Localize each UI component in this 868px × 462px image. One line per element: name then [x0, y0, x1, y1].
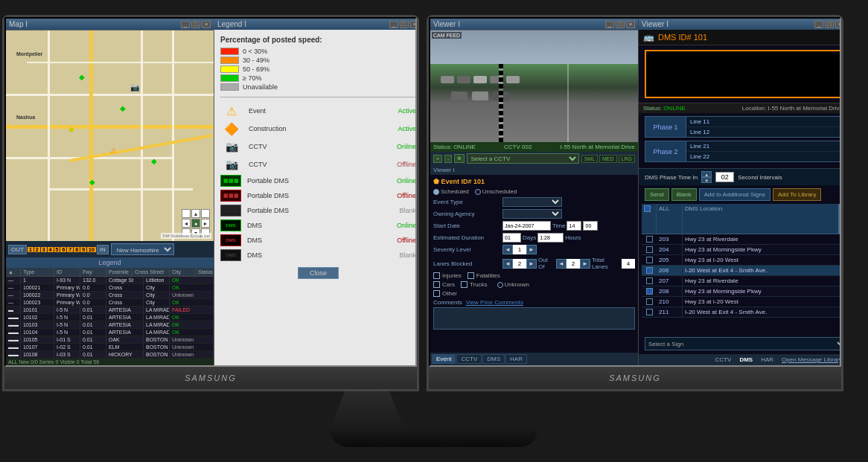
dms-table-row[interactable]: 207 Hwy 23 at Riverdale: [642, 276, 841, 286]
link-table-row[interactable]: ▬▬ 10102 I-5 N 0.01 ARTESIA LA MIRADA OK: [6, 314, 214, 321]
link-table-row[interactable]: — 1 I-93 N 132.0 Cottage St Littleton OK: [6, 277, 214, 284]
table-scrollbar[interactable]: [838, 204, 841, 234]
lanes-increment[interactable]: ►: [526, 259, 537, 269]
dms-table-row[interactable]: 203 Hwy 23 at Riverdale: [642, 234, 841, 245]
zoom-6[interactable]: 6: [60, 247, 66, 252]
zoom-out-btn[interactable]: OUT: [8, 245, 27, 254]
blank-button[interactable]: Blank: [671, 188, 697, 201]
viewer-maximize-btn[interactable]: □: [616, 21, 625, 28]
all-checkbox[interactable]: [644, 205, 651, 212]
map-marker-2[interactable]: ◆: [120, 104, 126, 112]
zoom-in-btn[interactable]: IN: [97, 245, 109, 254]
timing-spinner[interactable]: ▲ ▼: [701, 171, 712, 183]
link-table-row[interactable]: ▬ 10101 I-5 N 0.01 ARTESIA LA MIRADA FAI…: [6, 307, 214, 314]
link-table-row[interactable]: ▬▬ 10108 I-03 S 0.01 HICKORY BOSTON Unkn…: [6, 351, 214, 359]
duration-hours-input[interactable]: [537, 233, 564, 243]
zoom-9[interactable]: 9: [80, 247, 86, 252]
severity-decrement[interactable]: ◄: [502, 245, 513, 254]
dms-checkbox-0[interactable]: [646, 236, 653, 243]
map-close-btn[interactable]: ×: [202, 21, 211, 28]
map-minimize-btn[interactable]: _: [181, 21, 190, 28]
event-agency-select[interactable]: [502, 209, 562, 219]
cam-med-btn[interactable]: MED: [599, 155, 617, 163]
injuries-checkbox[interactable]: [433, 272, 440, 279]
map-marker-3[interactable]: ◆: [68, 125, 74, 133]
nav-center[interactable]: ●: [191, 219, 200, 228]
link-table-row[interactable]: ▬▬ 10105 I-01 S 0.01 OAK BOSTON Unknown: [6, 336, 214, 344]
sign-select[interactable]: Select a Sign: [645, 337, 841, 350]
dms-checkbox-3[interactable]: [646, 267, 653, 274]
phase1-line2[interactable]: Line 12: [686, 127, 840, 137]
legend-close-icon[interactable]: ×: [410, 21, 417, 28]
time-min-input[interactable]: [583, 221, 598, 231]
zoom-10[interactable]: 10: [87, 247, 96, 252]
dms-table-row[interactable]: 206 I-20 West at Exit 4 - Smith Ave.: [642, 266, 841, 276]
other-checkbox[interactable]: [433, 290, 440, 297]
add-signs-button[interactable]: Add to Additional Signs: [699, 188, 770, 201]
link-table-row[interactable]: — 100021 Primary W 0.0 Cross City OK: [6, 284, 214, 292]
dms-checkbox-5[interactable]: [646, 288, 653, 295]
dms-minimize-btn[interactable]: _: [814, 21, 823, 28]
nav-e[interactable]: ►: [201, 219, 210, 228]
event-type-select[interactable]: [502, 197, 562, 207]
dms-table-row[interactable]: 204 Hwy 23 at Morningside Pkwy: [642, 245, 841, 255]
outof-decrement[interactable]: ◄: [556, 259, 567, 269]
dms-tab-dms[interactable]: DMS: [735, 356, 756, 364]
add-library-button[interactable]: Add To Library: [773, 188, 821, 201]
nav-w[interactable]: ◄: [182, 219, 191, 228]
nav-ne[interactable]: [201, 209, 210, 218]
legend-close-button[interactable]: Close: [298, 267, 339, 279]
dms-table-row[interactable]: 205 Hwy 23 at I-20 West: [642, 255, 841, 266]
zoom-5[interactable]: 5: [54, 247, 60, 252]
map-marker-4[interactable]: ◆: [151, 157, 157, 165]
dms-checkbox-2[interactable]: [646, 257, 653, 263]
dms-close-btn[interactable]: ×: [835, 21, 841, 28]
view-prior-comments-link[interactable]: View Prior Comments: [466, 299, 523, 306]
cam-lrg-btn[interactable]: LRG: [619, 155, 635, 163]
dms-checkbox-1[interactable]: [646, 246, 653, 253]
phase1-line1[interactable]: Line 11: [686, 117, 840, 127]
legend-bar[interactable]: Legend: [6, 257, 214, 268]
zoom-7[interactable]: 7: [67, 247, 73, 252]
link-table-row[interactable]: — 100022 Primary W 0.0 Cross City Unknow…: [6, 292, 214, 299]
time-hour-input[interactable]: [567, 221, 581, 231]
fatalities-checkbox[interactable]: [467, 272, 474, 279]
dms-maximize-btn[interactable]: □: [825, 21, 834, 28]
trucks-checkbox[interactable]: [461, 281, 467, 288]
map-marker-6[interactable]: 📷: [130, 83, 139, 92]
timing-up-arrow[interactable]: ▲: [701, 171, 712, 177]
cam-zoom-minus[interactable]: -: [444, 155, 452, 163]
zoom-8[interactable]: 8: [74, 247, 80, 252]
dms-table-row[interactable]: 210 Hwy 23 at I-20 West: [642, 297, 841, 307]
cam-pan[interactable]: ⊕: [454, 154, 465, 163]
open-library-link[interactable]: Open Message Library: [778, 356, 841, 364]
map-area[interactable]: Montpelier Nashua ◆ ◆ ◆ ◆ ⚠ 📷 ◆ ▲: [6, 31, 214, 241]
cam-zoom-plus[interactable]: +: [433, 155, 442, 163]
legend-maximize-btn[interactable]: □: [400, 21, 409, 28]
cars-checkbox[interactable]: [433, 281, 440, 288]
phase2-line2[interactable]: Line 22: [686, 152, 840, 161]
timing-down-arrow[interactable]: ▼: [701, 177, 712, 183]
scheduled-radio[interactable]: Scheduled: [433, 188, 469, 195]
dms-checkbox-4[interactable]: [646, 277, 653, 284]
dms-table-row[interactable]: 208 Hwy 23 at Morningside Pkwy: [642, 286, 841, 297]
phase2-line1[interactable]: Line 21: [686, 141, 840, 152]
link-table-row[interactable]: ▬▬ 10103 I-5 N 0.01 ARTESIA LA MIRADA OK: [6, 321, 214, 329]
dms-checkbox-6[interactable]: [646, 298, 653, 305]
link-table-row[interactable]: ▬▬ 10104 I-5 N 0.01 ARTESIA LA MIRADA OK: [6, 329, 214, 336]
zoom-3[interactable]: 3: [41, 247, 47, 252]
severity-increment[interactable]: ►: [526, 245, 537, 254]
tab-har[interactable]: HAR: [505, 354, 527, 364]
start-date-input[interactable]: [502, 221, 551, 231]
scrollbar-thumb[interactable]: [838, 204, 841, 234]
zoom-2[interactable]: 2: [34, 247, 40, 252]
map-marker-7[interactable]: ◆: [89, 178, 95, 186]
dms-checkbox-7[interactable]: [646, 309, 653, 315]
dms-tab-har[interactable]: HAR: [757, 356, 777, 364]
lanes-decrement[interactable]: ◄: [502, 259, 513, 269]
cam-sml-btn[interactable]: SML: [581, 155, 598, 163]
link-table-row[interactable]: ▬▬ 10107 I-02 S 0.01 ELM BOSTON Unknown: [6, 344, 214, 351]
legend-minimize-btn[interactable]: _: [389, 21, 398, 28]
state-select[interactable]: New Hampshire: [111, 243, 174, 255]
unscheduled-radio[interactable]: Unscheduled: [475, 188, 517, 195]
